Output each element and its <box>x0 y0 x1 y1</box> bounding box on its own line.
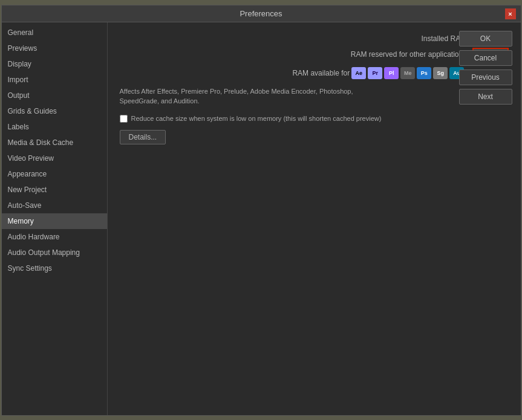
sidebar-item-previews[interactable]: Previews <box>2 40 107 56</box>
sidebar-item-output[interactable]: Output <box>2 88 107 103</box>
sidebar-item-labels[interactable]: Labels <box>2 119 107 135</box>
sidebar-item-memory[interactable]: Memory <box>2 213 107 229</box>
reduce-cache-label: Reduce cache size when system is low on … <box>131 115 382 122</box>
preferences-dialog: Preferences × General Previews Display I… <box>1 5 521 416</box>
ps-icon: Ps <box>417 67 431 79</box>
ram-reserved-row: RAM reserved for other applications: <box>120 48 509 61</box>
reduce-cache-row: Reduce cache size when system is low on … <box>120 115 509 123</box>
sidebar-item-auto-save[interactable]: Auto-Save <box>2 198 107 213</box>
sidebar-item-audio-output-mapping[interactable]: Audio Output Mapping <box>2 245 107 260</box>
pl-icon: Pl <box>384 67 399 79</box>
main-content: Installed RAM: 31.9 GB RAM reserved for … <box>108 22 521 415</box>
ram-available-label: RAM available for <box>292 69 350 77</box>
close-button[interactable]: × <box>505 8 516 19</box>
sidebar-item-grids-guides[interactable]: Grids & Guides <box>2 103 107 119</box>
affects-text: Affects After Effects, Premiere Pro, Pre… <box>120 86 362 106</box>
sidebar-item-sync-settings[interactable]: Sync Settings <box>2 260 107 276</box>
dialog-title: Preferences <box>240 9 282 18</box>
dialog-body: General Previews Display Import Output G… <box>2 22 521 415</box>
sidebar: General Previews Display Import Output G… <box>2 22 108 415</box>
right-buttons: OK Cancel Previous Next <box>459 31 512 105</box>
cancel-button[interactable]: Cancel <box>459 50 512 66</box>
details-button[interactable]: Details... <box>120 130 166 144</box>
sidebar-item-new-project[interactable]: New Project <box>2 182 107 198</box>
ok-button[interactable]: OK <box>459 31 512 47</box>
sidebar-item-appearance[interactable]: Appearance <box>2 166 107 182</box>
sidebar-item-general[interactable]: General <box>2 25 107 40</box>
title-bar: Preferences × <box>2 5 521 22</box>
sidebar-item-video-preview[interactable]: Video Preview <box>2 150 107 166</box>
installed-ram-row: Installed RAM: 31.9 GB <box>120 34 509 43</box>
ram-section: Installed RAM: 31.9 GB RAM reserved for … <box>120 34 509 79</box>
ram-reserved-label: RAM reserved for other applications: <box>351 50 469 59</box>
next-button[interactable]: Next <box>459 89 512 105</box>
me-icon: Me <box>400 67 415 79</box>
sidebar-item-import[interactable]: Import <box>2 72 107 88</box>
ae-icon: Ae <box>351 67 366 79</box>
sidebar-item-media-disk-cache[interactable]: Media & Disk Cache <box>2 135 107 150</box>
ram-available-row: RAM available for Ae Pr Pl Me Ps Sg Au :… <box>120 67 509 79</box>
sidebar-item-display[interactable]: Display <box>2 56 107 72</box>
sidebar-item-audio-hardware[interactable]: Audio Hardware <box>2 229 107 245</box>
reduce-cache-checkbox[interactable] <box>120 115 128 123</box>
sg-icon: Sg <box>433 67 448 79</box>
pr-icon: Pr <box>368 67 382 79</box>
previous-button[interactable]: Previous <box>459 69 512 85</box>
